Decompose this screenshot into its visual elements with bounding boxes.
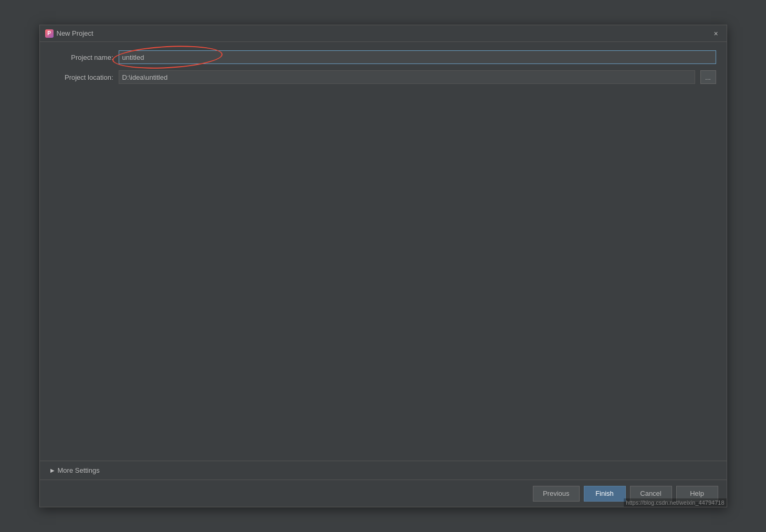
app-icon: P <box>45 29 54 38</box>
bottom-bar: Previous Finish Cancel Help <box>40 480 727 507</box>
project-name-row: Project name: <box>50 50 716 64</box>
close-button[interactable]: × <box>711 28 721 39</box>
new-project-dialog: P New Project × Project name: Project lo… <box>39 25 727 507</box>
spacer <box>50 90 716 452</box>
project-location-input[interactable] <box>119 70 695 84</box>
project-location-row: Project location: ... <box>50 70 716 84</box>
dialog-title: New Project <box>57 29 93 37</box>
more-settings-label: More Settings <box>58 466 100 474</box>
previous-button[interactable]: Previous <box>533 486 580 502</box>
more-settings-section[interactable]: ▶ More Settings <box>40 461 727 480</box>
content-area: Project name: Project location: ... <box>40 42 727 461</box>
more-settings-arrow: ▶ <box>50 467 55 473</box>
title-bar-left: P New Project <box>45 29 93 38</box>
project-location-label: Project location: <box>50 73 113 81</box>
project-name-input[interactable] <box>119 50 716 64</box>
title-bar: P New Project × <box>40 25 727 42</box>
browse-button[interactable]: ... <box>700 70 716 84</box>
project-name-label: Project name: <box>50 54 113 61</box>
watermark: https://blog.csdn.net/weixin_44794718 <box>624 498 726 507</box>
finish-button[interactable]: Finish <box>584 486 626 502</box>
